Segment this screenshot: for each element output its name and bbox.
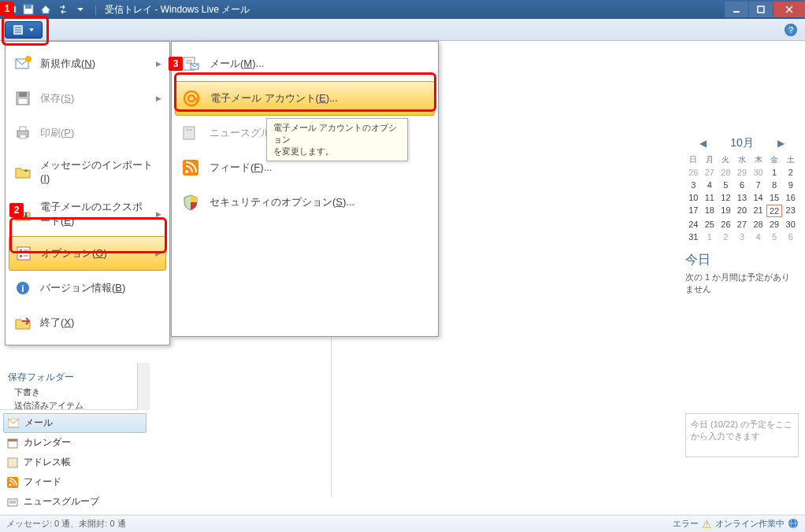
cal-day[interactable]: 18 [702,205,718,217]
cal-day[interactable]: 31 [685,231,702,242]
cal-day[interactable]: 11 [702,192,718,203]
cal-day[interactable]: 29 [734,167,751,178]
cal-day[interactable]: 2 [718,231,734,242]
cal-day[interactable]: 12 [718,192,734,203]
cal-day[interactable]: 30 [750,167,766,178]
help-icon[interactable]: ? [785,24,797,36]
cal-day[interactable]: 25 [702,219,718,230]
warning-icon: ⚠ [702,518,712,530]
qat-swap-icon[interactable] [57,3,69,16]
calendar-month: 10月 [730,136,754,150]
cal-day[interactable]: 5 [766,231,783,242]
cal-day[interactable]: 6 [782,231,799,242]
calendar-icon [6,437,19,449]
cal-day[interactable]: 8 [766,179,783,190]
feed-options-icon [181,158,200,177]
cal-day[interactable]: 10 [685,192,702,203]
cal-day[interactable]: 27 [734,219,751,230]
titlebar: | 受信トレイ - Windows Live メール [0,0,805,19]
status-error[interactable]: エラー [673,518,699,530]
menu-options[interactable]: オプション(O) ▶ [9,236,166,271]
cal-day[interactable]: 16 [782,192,799,203]
cal-day[interactable]: 15 [766,192,783,203]
cal-day[interactable]: 26 [718,219,734,230]
cal-next-button[interactable]: ▶ [777,138,785,149]
submenu-security-label: セキュリティのオプション(S)... [210,195,354,209]
calendar-pane: ◀ 10月 ▶ 日月火水木金土 262728293012345678910111… [679,127,805,515]
cal-day[interactable]: 1 [702,231,718,242]
svg-rect-34 [17,247,30,260]
svg-rect-47 [184,127,195,139]
cal-day[interactable]: 4 [750,231,766,242]
minimize-button[interactable] [725,2,748,17]
cal-day[interactable]: 24 [685,219,702,230]
ribbon-bar: ? [0,19,805,41]
exit-icon [13,313,32,332]
svg-rect-32 [20,127,26,131]
submenu-security[interactable]: セキュリティのオプション(S)... [172,185,438,220]
qat-home-icon[interactable] [39,3,52,16]
cal-day[interactable]: 1 [766,167,783,178]
cal-day[interactable]: 30 [782,219,799,230]
cal-day[interactable]: 27 [702,167,718,178]
sidebar-scrollbar[interactable] [137,363,150,410]
menu-print[interactable]: 印刷(P) [6,116,169,150]
titlebar-divider: | [95,4,97,15]
menu-new[interactable]: 新規作成(N) ▶ [6,46,169,81]
cal-day[interactable]: 13 [734,192,751,203]
svg-rect-33 [20,135,26,139]
close-button[interactable] [773,2,805,17]
quick-access-toolbar: | 受信トレイ - Windows Live メール [0,3,250,17]
chevron-right-icon: ▶ [156,60,161,68]
menu-exit[interactable]: 終了(X) [6,305,169,340]
qat-dropdown-icon[interactable] [74,3,87,16]
cal-day[interactable]: 17 [685,205,702,217]
menu-import[interactable]: メッセージのインポート(I) [6,150,169,192]
file-menu-button[interactable] [5,21,43,39]
cal-day[interactable]: 22 [766,205,783,217]
cal-days-grid: 2627282930123456789101112131415161718192… [685,167,799,242]
maximize-button[interactable] [749,2,773,17]
cal-day[interactable]: 4 [702,179,718,190]
cal-day[interactable]: 21 [750,205,766,217]
drafts-folder[interactable]: 下書き [8,386,142,399]
file-menu: 新規作成(N) ▶ 保存(S) ▶ 印刷(P) メッセージのインポート(I) 電… [5,41,170,345]
submenu-feed-label: フィード(F)... [210,161,272,175]
menu-save[interactable]: 保存(S) ▶ [6,81,169,116]
cal-day[interactable]: 19 [718,205,734,217]
sidebar-nav: メール カレンダー アドレス帳 フィード ニュースグループ [0,410,150,515]
nav-feed[interactable]: フィード [0,472,150,492]
menu-options-label: オプション(O) [41,246,147,260]
nav-contacts[interactable]: アドレス帳 [0,453,150,472]
sent-folder[interactable]: 送信済みアイテム [8,399,142,409]
tooltip: 電子メール アカウントのオプション を変更します。 [266,118,408,161]
cal-day[interactable]: 23 [782,205,799,217]
menu-about[interactable]: i バージョン情報(B) [6,271,169,305]
submenu-account[interactable]: 電子メール アカウント(E)... [175,81,435,116]
import-icon [13,162,32,181]
cal-day[interactable]: 28 [750,219,766,230]
cal-day[interactable]: 5 [718,179,734,190]
cal-day[interactable]: 3 [734,231,751,242]
cal-day[interactable]: 3 [685,179,702,190]
menu-export[interactable]: 電子メールのエクスポート(E) ▶ [6,192,169,236]
nav-mail[interactable]: メール [3,413,147,433]
cal-day[interactable]: 29 [766,219,783,230]
cal-day[interactable]: 28 [718,167,734,178]
save-folder[interactable]: 保存フォルダー [8,369,142,386]
qat-save-icon[interactable] [22,3,35,16]
nav-calendar[interactable]: カレンダー [0,433,150,453]
submenu-mail[interactable]: メール(M)... [172,46,438,81]
cal-day[interactable]: 20 [734,205,751,217]
cal-prev-button[interactable]: ◀ [699,138,707,149]
cal-day[interactable]: 9 [782,179,799,190]
cal-day[interactable]: 14 [750,192,766,203]
cal-day[interactable]: 6 [734,179,751,190]
today-event-input[interactable]: 今日 (10/22) の予定をここから入力できます [685,413,799,457]
nav-newsgroup[interactable]: ニュースグループ [0,492,150,512]
svg-rect-6 [758,6,764,13]
cal-day[interactable]: 2 [782,167,799,178]
cal-day[interactable]: 26 [685,167,702,178]
nav-contacts-label: アドレス帳 [24,456,71,469]
cal-day[interactable]: 7 [750,179,766,190]
